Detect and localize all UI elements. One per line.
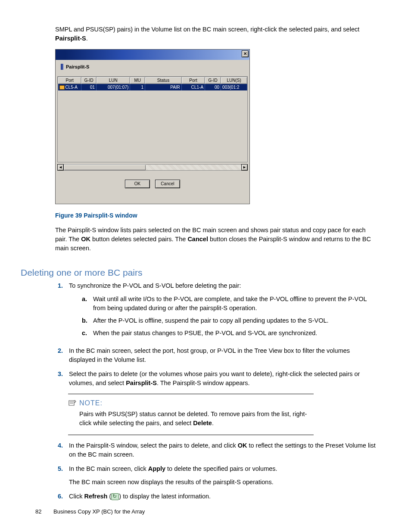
step-5-text-2: to delete the specified pairs or volumes… xyxy=(165,465,277,472)
step-5-bold: Apply xyxy=(148,465,165,472)
step-6-paren-open: ( xyxy=(107,493,111,500)
note-block: NOTE: Pairs with PSUS(SP) status cannot … xyxy=(68,394,314,435)
substep-b-letter: b. xyxy=(82,316,93,325)
cell-luns: 003(01:2 xyxy=(221,84,247,90)
step-5-number: 5. xyxy=(58,464,69,487)
note-bold: Delete xyxy=(193,420,212,426)
step-6: 6. Click Refresh () to display the lates… xyxy=(58,492,377,501)
scroll-track[interactable] xyxy=(64,164,241,171)
scroll-right-icon[interactable]: ► xyxy=(241,164,248,171)
cell-port: CL5-A xyxy=(65,85,78,90)
step-2-text: In the BC main screen, select the port, … xyxy=(69,347,350,363)
dialog-table: Port G-ID LUN MU Status Port G-ID LUN(S)… xyxy=(57,76,248,162)
ok-button[interactable]: OK xyxy=(125,180,150,188)
intro-text-2: . xyxy=(86,35,88,42)
cancel-button[interactable]: Cancel xyxy=(155,180,180,188)
dialog-titlebar: ✕ xyxy=(56,50,249,60)
close-icon[interactable]: ✕ xyxy=(242,50,249,57)
scroll-left-icon[interactable]: ◄ xyxy=(57,164,64,171)
description-paragraph: The Pairsplit-S window lists pairs selec… xyxy=(55,226,377,253)
substep-a-text: Wait until all write I/Os to the P-VOL a… xyxy=(93,295,377,313)
col-gid[interactable]: G-ID xyxy=(81,77,97,84)
col-mu[interactable]: MU xyxy=(130,77,145,84)
substep-b: b. After the P-VOL is offline, suspend t… xyxy=(82,316,377,325)
cell-gid: 01 xyxy=(81,84,97,90)
substep-a: a. Wait until all write I/Os to the P-VO… xyxy=(82,295,377,313)
step-6-bold: Refresh xyxy=(84,493,107,500)
step-4: 4. In the Pairsplit-S window, select the… xyxy=(58,441,377,459)
page-footer: 82 Business Copy XP (BC) for the Array xyxy=(35,508,145,515)
col-port2[interactable]: Port xyxy=(181,77,205,84)
cell-mu: 1 xyxy=(130,84,145,90)
note-text-2: . xyxy=(212,420,214,426)
substep-c-letter: c. xyxy=(82,329,93,338)
step-3: 3. Select the pairs to delete (or the vo… xyxy=(58,370,377,388)
section-heading: Deleting one or more BC pairs xyxy=(21,268,390,278)
step-1-number: 1. xyxy=(58,281,69,341)
table-header-row: Port G-ID LUN MU Status Port G-ID LUN(S) xyxy=(58,77,247,84)
table-row[interactable]: CL5-A 01 007(01:07) 1 PAIR CL1-A 00 003(… xyxy=(58,84,247,90)
col-status[interactable]: Status xyxy=(145,77,182,84)
col-luns[interactable]: LUN(S) xyxy=(221,77,247,84)
desc-2: button deletes selected pairs. The xyxy=(90,236,187,243)
step-1: 1. To synchronize the P-VOL and S-VOL be… xyxy=(58,281,377,341)
figure-caption: Figure 39 Pairsplit-S window xyxy=(55,212,390,219)
step-1-text: To synchronize the P-VOL and S-VOL befor… xyxy=(69,282,241,289)
cell-gid2: 00 xyxy=(205,84,221,90)
page-number: 82 xyxy=(35,508,41,515)
intro-text-1: SMPL and PSUS(SP) pairs) in the Volume l… xyxy=(55,26,359,33)
step-4-number: 4. xyxy=(58,441,69,459)
volume-icon xyxy=(59,85,65,90)
intro-bold: Pairsplit-S xyxy=(55,35,86,42)
substep-b-text: After the P-VOL is offline, suspend the … xyxy=(93,316,329,325)
col-gid2[interactable]: G-ID xyxy=(205,77,221,84)
step-6-number: 6. xyxy=(58,492,69,501)
horizontal-scrollbar[interactable]: ◄ ► xyxy=(57,164,248,171)
step-2-number: 2. xyxy=(58,346,69,364)
step-6-text-3: ) to display the latest information. xyxy=(119,493,211,500)
desc-cancel: Cancel xyxy=(187,236,208,243)
step-4-bold: OK xyxy=(238,442,247,449)
note-label: NOTE: xyxy=(79,399,103,407)
cell-lun: 007(01:07) xyxy=(97,84,130,90)
col-port[interactable]: Port xyxy=(58,77,81,84)
step-3-bold: Pairsplit-S xyxy=(126,380,157,386)
title-marker-icon xyxy=(61,64,63,70)
step-5: 5. In the BC main screen, click Apply to… xyxy=(58,464,377,487)
step-2: 2. In the BC main screen, select the por… xyxy=(58,346,377,364)
desc-ok: OK xyxy=(81,236,90,243)
note-icon xyxy=(68,399,77,407)
footer-title: Business Copy XP (BC) for the Array xyxy=(53,508,145,515)
cell-status: PAIR xyxy=(145,84,182,90)
scroll-thumb[interactable] xyxy=(64,165,146,170)
pairsplit-dialog: ✕ Pairsplit-S Port G-ID LUN xyxy=(55,49,250,204)
step-5-text-1: In the BC main screen, click xyxy=(69,465,148,472)
step-3-text-2: . The Pairsplit-S window appears. xyxy=(157,380,250,386)
step-5-after: The BC main screen now displays the resu… xyxy=(69,479,274,485)
step-4-text-1: In the Pairsplit-S window, select the pa… xyxy=(69,442,238,449)
substep-a-letter: a. xyxy=(82,295,93,313)
step-3-number: 3. xyxy=(58,370,69,388)
col-lun[interactable]: LUN xyxy=(97,77,130,84)
dialog-title: Pairsplit-S xyxy=(66,64,89,69)
refresh-icon xyxy=(111,493,119,500)
step-6-text-1: Click xyxy=(69,493,84,500)
dialog-title-row: Pairsplit-S xyxy=(57,62,239,72)
intro-paragraph: SMPL and PSUS(SP) pairs) in the Volume l… xyxy=(55,25,377,43)
substep-c: c. When the pair status changes to PSUE,… xyxy=(82,329,377,338)
cell-port2: CL1-A xyxy=(181,84,205,90)
substep-c-text: When the pair status changes to PSUE, th… xyxy=(93,329,317,338)
